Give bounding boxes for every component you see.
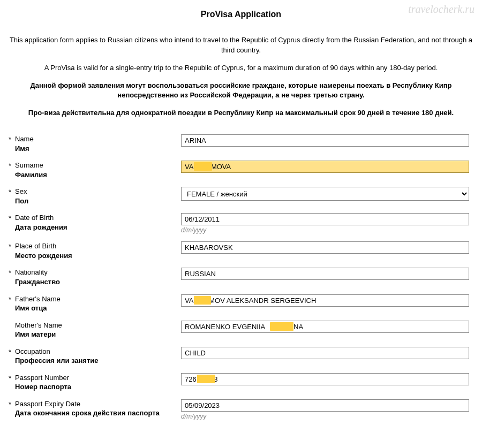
label-sex-en: Sex	[15, 187, 176, 196]
required-star: *	[5, 134, 15, 143]
occupation-input[interactable]	[181, 347, 469, 359]
label-pob-en: Place of Birth	[15, 241, 176, 251]
application-form: * Name Имя * Surname Фамилия * Sex Пол F…	[5, 134, 477, 420]
row-mother: Mother's Name Имя матери	[5, 321, 477, 339]
required-star: *	[5, 213, 15, 222]
row-pob: * Place of Birth Место рождения	[5, 241, 477, 260]
label-dob-ru: Дата рождения	[15, 223, 176, 232]
pob-input[interactable]	[181, 241, 469, 254]
label-name-en: Name	[15, 134, 176, 144]
redaction-block	[197, 375, 215, 383]
label-occupation-en: Occupation	[15, 347, 176, 356]
label-passport-en: Passport Number	[15, 373, 176, 383]
label-surname-en: Surname	[15, 161, 176, 170]
label-pob-ru: Место рождения	[15, 251, 176, 261]
row-passport: * Passport Number Номер паспорта	[5, 373, 477, 392]
label-expiry-ru: Дата окончания срока действия паспорта	[15, 408, 176, 418]
label-name-ru: Имя	[15, 144, 176, 154]
label-surname-ru: Фамилия	[15, 170, 176, 180]
label-expiry-en: Passport Expiry Date	[15, 399, 176, 409]
intro-ru-1: Данной формой заявления могут воспользов…	[5, 81, 477, 101]
dob-hint: d/m/yyyy	[181, 226, 469, 234]
intro-en-1: This application form applies to Russian…	[5, 35, 477, 56]
required-star: *	[5, 399, 15, 408]
required-star	[5, 321, 15, 322]
required-star: *	[5, 161, 15, 170]
intro-ru-2: Про-виза действительна для однократной п…	[5, 108, 477, 118]
surname-input[interactable]	[181, 161, 469, 173]
required-star: *	[5, 347, 15, 356]
label-passport-ru: Номер паспорта	[15, 382, 176, 392]
watermark-text: travelocherk.ru	[408, 3, 475, 16]
required-star: *	[5, 294, 15, 303]
required-star: *	[5, 268, 15, 277]
label-nationality-ru: Гражданство	[15, 277, 176, 287]
dob-input[interactable]	[181, 213, 469, 225]
row-occupation: * Occupation Профессия или занятие	[5, 347, 477, 366]
redaction-block	[194, 162, 212, 171]
required-star: *	[5, 187, 15, 196]
father-input[interactable]	[181, 294, 469, 307]
label-father-en: Father's Name	[15, 294, 176, 304]
required-star: *	[5, 241, 15, 250]
row-father: * Father's Name Имя отца	[5, 294, 477, 313]
nationality-input[interactable]	[181, 268, 469, 280]
page-title: ProVisa Application	[5, 10, 477, 19]
row-dob: * Date of Birth Дата рождения d/m/yyyy	[5, 213, 477, 234]
name-input[interactable]	[181, 134, 469, 147]
label-father-ru: Имя отца	[15, 303, 176, 313]
redaction-block	[270, 322, 293, 331]
passport-input[interactable]	[181, 373, 469, 385]
intro-en-2: A ProVisa is valid for a single-entry tr…	[5, 63, 477, 73]
sex-select[interactable]: FEMALE / женский	[181, 187, 469, 201]
label-sex-ru: Пол	[15, 196, 176, 206]
required-star: *	[5, 373, 15, 382]
redaction-block	[194, 296, 211, 305]
label-dob-en: Date of Birth	[15, 213, 176, 223]
label-mother-en: Mother's Name	[15, 321, 176, 330]
label-nationality-en: Nationality	[15, 268, 176, 277]
row-surname: * Surname Фамилия	[5, 161, 477, 179]
row-nationality: * Nationality Гражданство	[5, 268, 477, 286]
row-name: * Name Имя	[5, 134, 477, 153]
label-mother-ru: Имя матери	[15, 330, 176, 339]
expiry-input[interactable]	[181, 399, 469, 412]
expiry-hint: d/m/yyyy	[181, 413, 469, 420]
label-occupation-ru: Профессия или занятие	[15, 356, 176, 366]
mother-input[interactable]	[181, 321, 469, 333]
row-expiry: * Passport Expiry Date Дата окончания ср…	[5, 399, 477, 420]
row-sex: * Sex Пол FEMALE / женский	[5, 187, 477, 206]
